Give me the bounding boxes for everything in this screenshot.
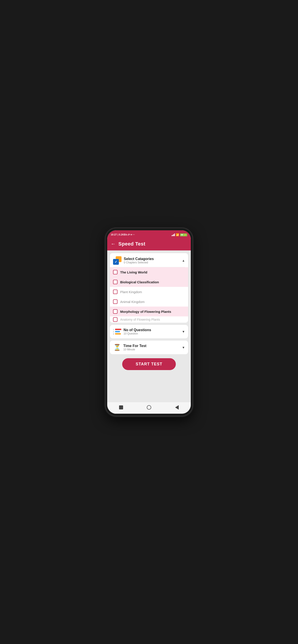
back-button[interactable]: ← xyxy=(111,241,116,247)
chapter-item-1[interactable]: The Living World xyxy=(110,267,188,277)
battery-indicator: 86 ⚡ xyxy=(180,234,187,236)
questions-icon: 1 2 3 xyxy=(113,329,121,335)
time-dropdown-arrow[interactable]: ▼ xyxy=(182,346,185,349)
categories-card: ✓ Select Catagories 0 Chapters Selected … xyxy=(110,253,188,323)
categories-header-left: ✓ Select Catagories 0 Chapters Selected xyxy=(113,256,154,265)
questions-row[interactable]: 1 2 3 xyxy=(110,325,188,338)
bolt-icon: ⚡ xyxy=(184,234,186,236)
checkbox-partial[interactable] xyxy=(113,317,117,322)
status-bar: 10:27 | 0.2KB/s 𝐏 ✉ ··· 📶 86 ⚡ xyxy=(107,230,191,238)
signal-bar-1 xyxy=(172,235,172,236)
nav-home-button[interactable] xyxy=(146,404,152,410)
checkbox-3[interactable] xyxy=(113,290,117,294)
signal-bar-2 xyxy=(172,235,173,236)
chapter-item-4[interactable]: Animal Kingdom xyxy=(110,297,188,306)
categories-text-group: Select Catagories 0 Chapters Selected xyxy=(124,257,154,264)
checkbox-5[interactable] xyxy=(113,309,117,314)
bar-row-1: 1 xyxy=(113,329,121,330)
q-bar-3 xyxy=(115,333,121,334)
time-left: ⏳ Time For Test 10 Minute xyxy=(113,344,146,351)
status-right: 📶 86 ⚡ xyxy=(172,233,187,236)
chapter-item-5[interactable]: Morphology of Flowering Plants xyxy=(110,306,188,316)
chapter-item-3[interactable]: Plant Kingdom xyxy=(110,287,188,297)
categories-icon: ✓ xyxy=(113,256,122,265)
battery-level: 86 xyxy=(181,234,183,236)
chapter-name-5: Morphology of Flowering Plants xyxy=(120,310,171,314)
page-title: Speed Test xyxy=(118,241,145,247)
partial-chapter-item[interactable]: Anatomy of Flowering Plants xyxy=(110,316,188,323)
status-data-speed: 0.2KB/s xyxy=(119,234,128,236)
signal-icon xyxy=(172,234,175,236)
circle-icon xyxy=(147,405,151,410)
checkbox-1[interactable] xyxy=(113,270,117,274)
checkmark-icon: ✓ xyxy=(115,260,117,264)
status-time: 10:27 xyxy=(111,234,117,236)
partial-chapter-name: Anatomy of Flowering Plants xyxy=(120,318,160,321)
chapter-item-2[interactable]: Biological Classification xyxy=(110,277,188,287)
chapter-name-4: Animal Kingdom xyxy=(120,300,145,304)
chapter-name-3: Plant Kingdom xyxy=(120,290,142,294)
nav-back-button[interactable] xyxy=(174,404,180,410)
checkbox-4[interactable] xyxy=(113,300,117,304)
time-text-group: Time For Test 10 Minute xyxy=(123,344,146,351)
checkbox-2[interactable] xyxy=(113,280,117,284)
phone-frame: 10:27 | 0.2KB/s 𝐏 ✉ ··· 📶 86 ⚡ xyxy=(105,228,193,416)
time-subtitle: 10 Minute xyxy=(123,348,146,351)
categories-header[interactable]: ✓ Select Catagories 0 Chapters Selected … xyxy=(110,253,188,267)
bar-row-2: 2 xyxy=(113,331,121,332)
collapse-icon[interactable]: ▲ xyxy=(182,259,185,262)
time-title: Time For Test xyxy=(123,344,146,348)
questions-title: No of Questions xyxy=(124,328,151,332)
content-area: ✓ Select Catagories 0 Chapters Selected … xyxy=(107,250,191,402)
categories-title: Select Catagories xyxy=(124,257,154,261)
square-icon xyxy=(119,406,123,410)
icon-square-blue: ✓ xyxy=(113,259,119,265)
bottom-nav xyxy=(107,402,191,414)
questions-card: 1 2 3 xyxy=(110,325,188,338)
triangle-icon xyxy=(175,405,179,410)
wifi-icon: 📶 xyxy=(176,233,179,236)
questions-left: 1 2 3 xyxy=(113,328,151,335)
app-header: ← Speed Test xyxy=(107,238,191,250)
time-card: ⏳ Time For Test 10 Minute ▼ xyxy=(110,340,188,354)
q-bar-1 xyxy=(115,329,121,330)
status-time-data: 10:27 | 0.2KB/s 𝐏 ✉ ··· xyxy=(111,234,135,236)
signal-bar-4 xyxy=(174,234,175,236)
chapter-name-1: The Living World xyxy=(120,270,147,274)
chapter-name-2: Biological Classification xyxy=(120,280,159,284)
bar-row-3: 3 xyxy=(113,333,121,335)
questions-subtitle: 10 Question xyxy=(124,332,151,335)
start-test-button[interactable]: START TEST xyxy=(122,358,176,370)
signal-bar-3 xyxy=(173,234,174,236)
nav-square-button[interactable] xyxy=(118,404,124,410)
q-bar-2 xyxy=(115,331,120,332)
hourglass-icon: ⏳ xyxy=(113,344,121,351)
time-row[interactable]: ⏳ Time For Test 10 Minute ▼ xyxy=(110,340,188,354)
questions-text-group: No of Questions 10 Question xyxy=(124,328,151,335)
questions-dropdown-arrow[interactable]: ▼ xyxy=(182,330,185,334)
categories-subtitle: 0 Chapters Selected xyxy=(124,261,154,264)
phone-screen: 10:27 | 0.2KB/s 𝐏 ✉ ··· 📶 86 ⚡ xyxy=(107,230,191,414)
